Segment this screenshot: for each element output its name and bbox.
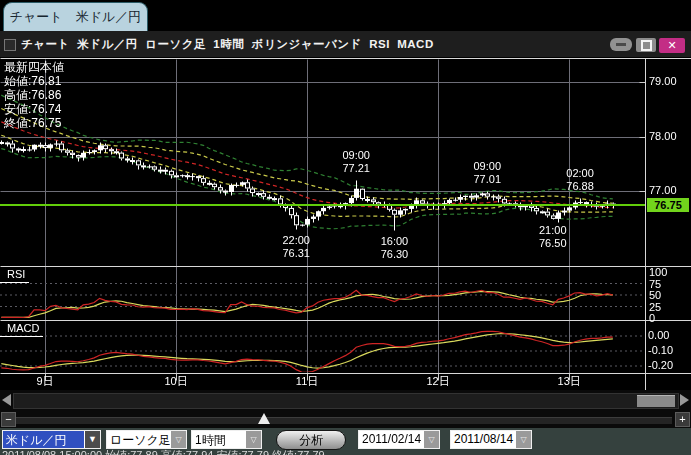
timeframe-select[interactable]: 1時間 ▽ — [191, 430, 262, 449]
tab-bar: チャート 米ドル／円 — [0, 0, 691, 30]
tab-usdjpy-chart[interactable]: チャート 米ドル／円 — [3, 2, 148, 31]
scrollbar-thumb[interactable] — [637, 395, 675, 407]
chevron-down-icon[interactable]: ▽ — [423, 431, 439, 448]
zoom-slider-thumb[interactable] — [258, 413, 270, 424]
date-to-select[interactable]: 2011/08/14 ▽ — [450, 430, 532, 449]
horizontal-scrollbar — [0, 390, 691, 411]
window-title: チャート 米ドル／円 ローソク足 1時間 ボリンジャーバンド RSI MACD — [21, 37, 434, 52]
close-button[interactable]: ✕ — [659, 38, 685, 53]
status-ohlc-line: 2011/08/08 15:00:00 始値:77.89 高値:77.94 安値… — [2, 448, 325, 455]
chevron-down-icon[interactable]: ▽ — [170, 431, 186, 448]
currency-pair-select[interactable]: 米ドル／円 ▼ — [2, 430, 101, 449]
minimize-button[interactable] — [610, 38, 632, 51]
currency-pair-value[interactable]: 米ドル／円 — [3, 431, 84, 448]
minimize-icon — [616, 43, 626, 46]
chevron-down-icon[interactable]: ▽ — [515, 431, 531, 448]
chart-canvas[interactable] — [0, 58, 691, 390]
chart-type-value[interactable]: ローソク足 — [107, 431, 170, 448]
zoom-slider-row: − + — [0, 411, 691, 428]
date-from-select[interactable]: 2011/02/14 ▽ — [358, 430, 440, 449]
chevron-down-icon[interactable]: ▽ — [245, 431, 261, 448]
date-from-value[interactable]: 2011/02/14 — [359, 431, 423, 448]
maximize-icon — [641, 40, 652, 51]
window-title-bar[interactable]: チャート 米ドル／円 ローソク足 1時間 ボリンジャーバンド RSI MACD … — [0, 31, 691, 57]
scroll-left-icon[interactable] — [2, 394, 11, 406]
zoom-slider-track[interactable] — [16, 417, 672, 424]
zoom-in-button[interactable]: + — [675, 412, 690, 427]
zoom-out-button[interactable]: − — [1, 412, 16, 427]
scroll-right-icon[interactable] — [680, 394, 689, 406]
analyze-button[interactable]: 分析 — [276, 430, 346, 450]
date-to-value[interactable]: 2011/08/14 — [451, 431, 515, 448]
chart-window: チャート 米ドル／円 チャート 米ドル／円 ローソク足 1時間 ボリンジャーバン… — [0, 0, 691, 455]
chevron-down-icon[interactable]: ▼ — [84, 431, 100, 448]
scrollbar-track[interactable] — [13, 393, 679, 409]
timeframe-value[interactable]: 1時間 — [192, 431, 245, 448]
chart-type-select[interactable]: ローソク足 ▽ — [106, 430, 187, 449]
window-icon — [4, 39, 16, 51]
maximize-button[interactable] — [636, 38, 656, 52]
